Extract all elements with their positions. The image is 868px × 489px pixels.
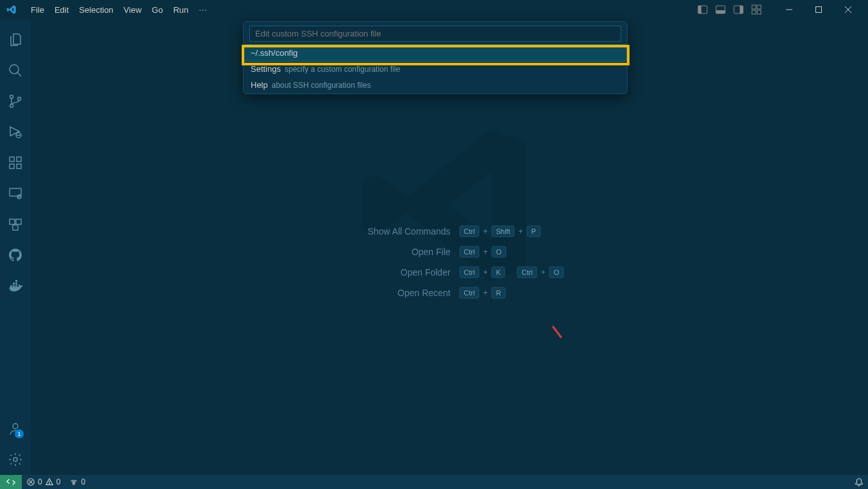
svg-rect-3 [716,10,725,13]
svg-point-14 [10,65,19,74]
svg-rect-30 [13,225,18,230]
extensions-icon[interactable] [0,147,31,178]
vscode-icon [6,4,17,15]
remote-indicator-icon[interactable] [0,475,22,489]
svg-rect-11 [816,7,822,13]
svg-rect-24 [17,157,21,162]
explorer-icon[interactable] [0,24,31,55]
svg-rect-22 [10,164,14,169]
menu-view[interactable]: View [119,3,147,17]
quick-pick-input[interactable] [249,26,621,42]
quick-pick: ~/.ssh/config Settings specify a custom … [243,21,628,94]
run-debug-icon[interactable] [0,117,31,147]
svg-point-17 [10,104,13,108]
status-notifications-icon[interactable] [850,475,868,489]
welcome-shortcuts: Show All Commands Ctrl+ Shift+ P Open Fi… [335,225,564,298]
svg-point-32 [13,458,17,461]
quick-pick-item-ssh-config[interactable]: ~/.ssh/config [244,45,626,61]
quick-pick-item-desc: specify a custom configuration file [285,65,400,74]
settings-gear-icon[interactable] [0,444,31,475]
github-icon[interactable] [0,240,31,270]
status-errors-count: 0 [38,477,42,486]
accounts-badge: 1 [15,429,24,438]
svg-rect-8 [752,10,756,14]
svg-rect-21 [10,157,14,162]
svg-line-15 [17,72,21,76]
customize-layout-icon[interactable] [749,2,764,17]
svg-point-38 [49,483,49,484]
source-control-icon[interactable] [0,86,31,117]
activity-bar: 1 [0,19,31,475]
quick-pick-list: ~/.ssh/config Settings specify a custom … [244,45,626,93]
accounts-icon[interactable]: 1 [0,413,31,444]
menu-edit[interactable]: Edit [49,3,74,17]
svg-rect-1 [698,6,701,13]
toggle-primary-sidebar-icon[interactable] [695,2,710,17]
svg-point-39 [73,483,75,485]
svg-point-31 [13,424,18,429]
status-ports[interactable]: 0 [65,475,90,489]
docker-icon[interactable] [0,270,31,301]
quick-pick-item-label: ~/.ssh/config [251,48,297,58]
svg-rect-9 [757,10,761,14]
toggle-panel-icon[interactable] [713,2,728,17]
svg-rect-29 [16,219,21,224]
hint-open-recent-keys: Ctrl+ R [460,286,506,298]
hint-open-folder-label: Open Folder [335,267,451,277]
svg-point-16 [10,95,13,99]
hint-open-file-label: Open File [335,246,451,256]
hint-open-folder-keys: Ctrl+ K Ctrl+ O [460,266,564,278]
svg-point-18 [18,97,21,101]
hint-show-all-commands-label: Show All Commands [335,226,451,236]
svg-rect-5 [740,6,743,13]
menu-go[interactable]: Go [147,3,168,17]
quick-pick-item-desc: about SSH configuration files [272,81,371,90]
search-icon[interactable] [0,55,31,86]
menu-selection[interactable]: Selection [74,3,118,17]
menu-run[interactable]: Run [168,3,194,17]
quick-pick-item-label: Settings [251,64,281,74]
svg-rect-6 [752,5,756,9]
remote-explorer-icon[interactable] [0,178,31,209]
hint-show-all-commands-keys: Ctrl+ Shift+ P [460,225,541,236]
container-icon[interactable] [0,209,31,240]
status-problems[interactable]: 0 0 [22,475,65,489]
status-ports-count: 0 [81,477,85,486]
maximize-button[interactable] [804,0,833,19]
quick-pick-item-help[interactable]: Help about SSH configuration files [244,77,626,93]
menubar: File Edit Selection View Go Run ⋯ [26,3,212,17]
close-button[interactable] [833,0,863,19]
status-warnings-count: 0 [56,477,61,486]
minimize-button[interactable] [774,0,804,19]
svg-rect-28 [10,219,15,224]
menu-more-icon[interactable]: ⋯ [194,3,212,17]
hint-open-recent-label: Open Recent [335,287,451,297]
titlebar: File Edit Selection View Go Run ⋯ [0,0,868,19]
hint-open-file-keys: Ctrl+ O [460,245,506,257]
quick-pick-item-settings[interactable]: Settings specify a custom configuration … [244,61,626,77]
menu-file[interactable]: File [26,3,49,17]
svg-rect-7 [757,5,761,9]
toggle-secondary-sidebar-icon[interactable] [731,2,746,17]
quick-pick-item-label: Help [251,80,268,90]
status-bar: 0 0 0 [0,475,868,489]
svg-rect-23 [17,164,21,169]
